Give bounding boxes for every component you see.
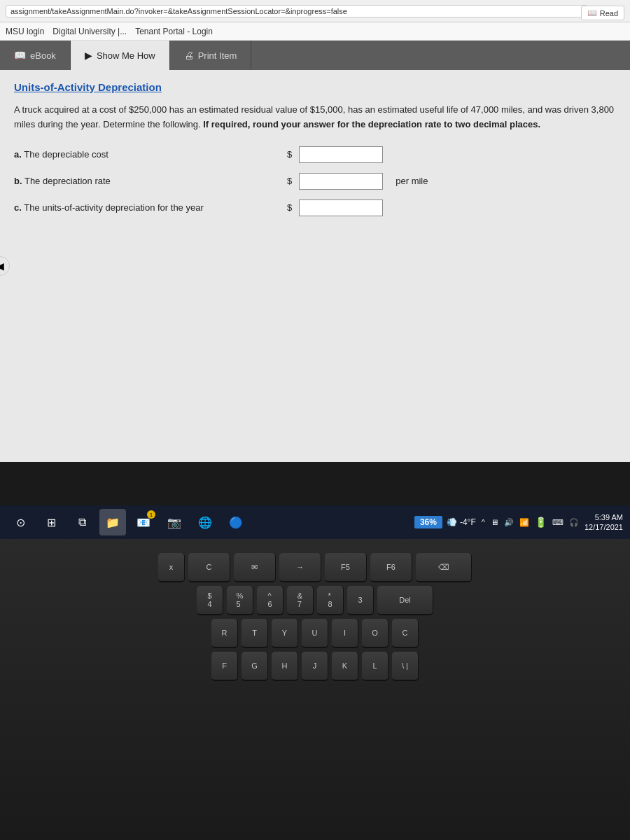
date-display: 12/17/2021 bbox=[584, 522, 623, 532]
key-h[interactable]: H bbox=[272, 652, 298, 681]
question-row-a: a. The depreciable cost $ bbox=[14, 146, 616, 163]
key-j[interactable]: J bbox=[302, 652, 328, 681]
task-view-btn[interactable]: ⧉ bbox=[69, 509, 95, 536]
caret-up-icon[interactable]: ^ bbox=[482, 518, 485, 526]
question-label-a: a. The depreciable cost bbox=[14, 149, 280, 160]
key-x[interactable]: x bbox=[158, 553, 185, 582]
question-text-c: The units-of-activity depreciation for t… bbox=[24, 202, 204, 213]
input-b[interactable] bbox=[299, 173, 383, 190]
tab-ebook-label: eBook bbox=[30, 50, 56, 61]
taskbar: ⊙ ⊞ ⧉ 📁 📧 1 📷 🌐 🔵 36% 💨 -4°F ^ 🖥 🔊 📶 🔋 ⌨… bbox=[0, 505, 630, 539]
edge-btn[interactable]: 🌐 bbox=[192, 509, 218, 536]
problem-text: A truck acquired at a cost of $250,000 h… bbox=[14, 103, 616, 132]
key-g[interactable]: G bbox=[241, 652, 268, 681]
key-y[interactable]: Y bbox=[272, 619, 298, 648]
key-c[interactable]: C bbox=[188, 553, 230, 582]
headphone-icon: 🎧 bbox=[569, 518, 579, 527]
mail-badge: 1 bbox=[147, 510, 155, 519]
tab-show-me-how-label: Show Me How bbox=[97, 50, 155, 61]
question-letter-a: a. bbox=[14, 149, 22, 160]
address-bar-row: assignment/takeAssignmentMain.do?invoker… bbox=[0, 0, 630, 22]
signal-icon: 📶 bbox=[519, 518, 529, 527]
file-manager-btn[interactable]: 📁 bbox=[99, 509, 126, 536]
key-f6[interactable]: F6 bbox=[370, 553, 412, 582]
camera-btn[interactable]: 📷 bbox=[161, 509, 188, 536]
time-display: 5:39 AM bbox=[584, 512, 623, 522]
key-f[interactable]: F bbox=[211, 652, 238, 681]
clock-display: 5:39 AM 12/17/2021 bbox=[584, 512, 623, 533]
input-a[interactable] bbox=[299, 146, 383, 163]
tab-print-item-label: Print Item bbox=[198, 50, 237, 61]
bookmark-digital-uni[interactable]: Digital University |... bbox=[52, 27, 127, 36]
key-6[interactable]: ^6 bbox=[257, 586, 284, 615]
key-amp-7[interactable]: &7 bbox=[287, 586, 314, 615]
bookmark-tenant-portal[interactable]: Tenant Portal - Login bbox=[135, 27, 213, 36]
question-label-c: c. The units-of-activity depreciation fo… bbox=[14, 202, 280, 213]
per-mile-label: per mile bbox=[396, 176, 428, 186]
questions-container: a. The depreciable cost $ b. The depreci… bbox=[14, 146, 616, 216]
key-row-1: x C ✉ → F5 F6 ⌫ bbox=[21, 553, 609, 582]
chrome-btn[interactable]: 🔵 bbox=[223, 509, 249, 536]
key-o[interactable]: O bbox=[362, 619, 388, 648]
dollar-sign-a: $ bbox=[287, 149, 292, 160]
key-row-2: $4 %5 ^6 &7 *8 3 Del bbox=[21, 586, 609, 615]
input-c[interactable] bbox=[299, 200, 383, 216]
key-l[interactable]: L bbox=[362, 652, 388, 681]
battery-icon: 🔋 bbox=[535, 517, 547, 528]
key-f5[interactable]: F5 bbox=[325, 553, 367, 582]
weather-icon: 💨 bbox=[447, 517, 457, 527]
keyboard-icon: ⌨ bbox=[552, 518, 564, 527]
address-bar[interactable]: assignment/takeAssignmentMain.do?invoker… bbox=[6, 5, 588, 18]
tab-print-item[interactable]: 🖨 Print Item bbox=[170, 41, 252, 70]
tab-ebook[interactable]: 📖 eBook bbox=[0, 41, 71, 70]
weather-display: 💨 -4°F bbox=[447, 517, 476, 527]
question-row-b: b. The depreciation rate $ per mile bbox=[14, 173, 616, 190]
key-r[interactable]: R bbox=[211, 619, 238, 648]
tab-show-me-how[interactable]: ▶ Show Me How bbox=[71, 41, 170, 70]
question-letter-c: c. bbox=[14, 202, 22, 213]
question-text-b: The depreciation rate bbox=[24, 176, 111, 186]
key-3[interactable]: 3 bbox=[347, 586, 374, 615]
content-area: ◀ Units-of-Activity Depreciation A truck… bbox=[0, 70, 630, 462]
key-del[interactable]: Del bbox=[377, 586, 433, 615]
question-text-a: The depreciable cost bbox=[24, 149, 108, 160]
start-button[interactable]: ⊙ bbox=[7, 509, 34, 536]
key-i[interactable]: I bbox=[332, 619, 358, 648]
key-backspace[interactable]: ⌫ bbox=[416, 553, 472, 582]
question-letter-b: b. bbox=[14, 176, 22, 186]
key-dollar-4[interactable]: $4 bbox=[197, 586, 223, 615]
key-c2[interactable]: C bbox=[392, 619, 419, 648]
taskbar-right-info: 💨 -4°F ^ 🖥 🔊 📶 🔋 ⌨ 🎧 5:39 AM 12/17/2021 bbox=[447, 512, 623, 533]
mail-btn[interactable]: 📧 1 bbox=[130, 509, 157, 536]
key-u[interactable]: U bbox=[302, 619, 328, 648]
browser-chrome: assignment/takeAssignmentMain.do?invoker… bbox=[0, 0, 630, 41]
read-button[interactable]: 📖 Read bbox=[581, 6, 624, 20]
temperature: -4°F bbox=[460, 517, 476, 527]
key-percent-5[interactable]: %5 bbox=[227, 586, 253, 615]
problem-text-bold: If required, round your answer for the d… bbox=[203, 119, 540, 130]
display-icon: 🖥 bbox=[491, 518, 498, 526]
dollar-sign-c: $ bbox=[287, 202, 292, 213]
question-row-c: c. The units-of-activity depreciation fo… bbox=[14, 200, 616, 216]
bookmark-msu-login[interactable]: MSU login bbox=[6, 27, 44, 36]
app-toolbar: 📖 eBook ▶ Show Me How 🖨 Print Item bbox=[0, 41, 630, 70]
key-star-8[interactable]: *8 bbox=[317, 586, 344, 615]
key-k[interactable]: K bbox=[332, 652, 358, 681]
keyboard-area: x C ✉ → F5 F6 ⌫ $4 %5 ^6 &7 *8 3 Del R T… bbox=[0, 539, 630, 840]
key-row-4: F G H J K L \ | bbox=[21, 652, 609, 681]
key-extra[interactable]: \ | bbox=[392, 652, 419, 681]
show-me-how-icon: ▶ bbox=[85, 50, 92, 61]
dollar-sign-b: $ bbox=[287, 176, 292, 186]
key-row-3: R T Y U I O C bbox=[21, 619, 609, 648]
search-button[interactable]: ⊞ bbox=[38, 509, 64, 536]
read-label: Read bbox=[600, 9, 618, 18]
print-icon: 🖨 bbox=[184, 50, 194, 61]
key-mail[interactable]: ✉ bbox=[234, 553, 276, 582]
speaker-icon[interactable]: 🔊 bbox=[504, 518, 514, 527]
key-t[interactable]: T bbox=[241, 619, 268, 648]
key-arrow[interactable]: → bbox=[279, 553, 321, 582]
left-slider-btn[interactable]: ◀ bbox=[0, 256, 10, 276]
read-icon: 📖 bbox=[587, 8, 597, 18]
section-title: Units-of-Activity Depreciation bbox=[14, 81, 616, 93]
bookmarks-bar: MSU login Digital University |... Tenant… bbox=[0, 22, 630, 41]
